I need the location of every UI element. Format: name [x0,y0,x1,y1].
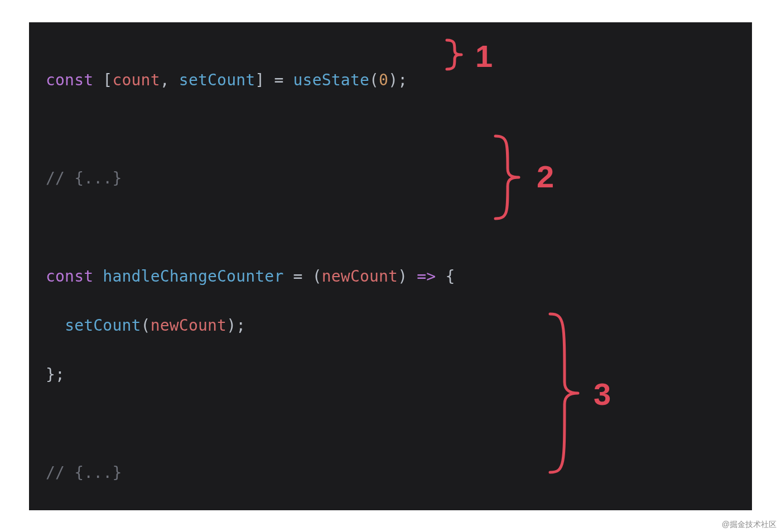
code-line-1: const [count, setCount] = useState(0); [46,68,735,93]
code-line-7: }; [46,362,735,387]
code-line-9: // {...} [46,461,735,485]
param-newcount: newCount [322,267,398,286]
comment: // {...} [46,169,122,187]
fn-usestate: useState [293,71,369,89]
blank-line [46,117,735,142]
var-count: count [112,71,160,89]
blank-line [46,510,735,532]
fn-handlechangecounter: handleChangeCounter [103,267,283,286]
code-block: const [count, setCount] = useState(0); /… [46,43,735,532]
comment: // {...} [46,463,122,482]
code-line-5: const handleChangeCounter = (newCount) =… [46,264,735,289]
watermark-text: @掘金技术社区 [722,520,777,530]
keyword-const: const [46,71,93,89]
code-line-6: setCount(newCount); [46,313,735,338]
literal-zero: 0 [379,71,388,89]
code-line-3: // {...} [46,166,735,191]
blank-line [46,412,735,436]
fn-setcount: setCount [179,71,255,89]
code-editor-panel: const [count, setCount] = useState(0); /… [29,22,752,510]
blank-line [46,215,735,240]
